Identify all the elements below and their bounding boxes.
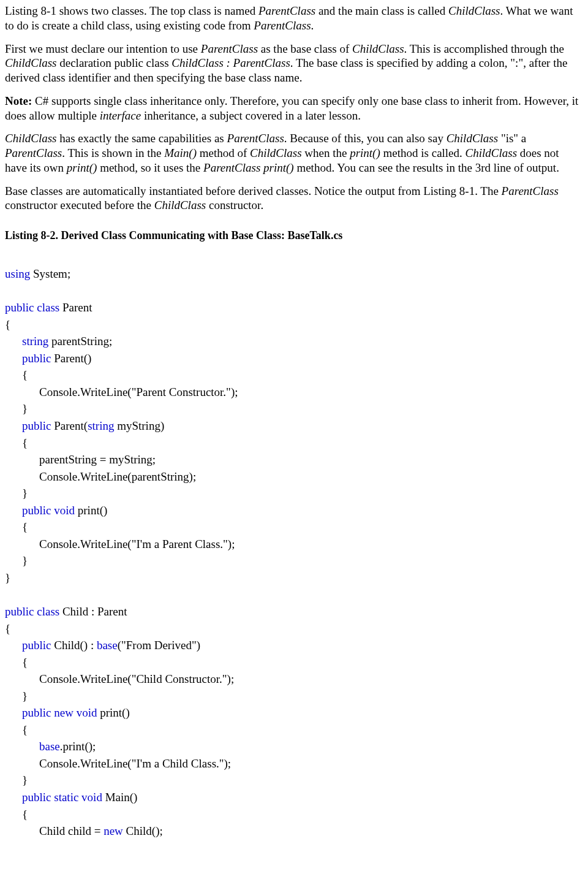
paragraph-2: First we must declare our intention to u…	[5, 42, 582, 85]
paragraph-4: ChildClass has exactly the same capabili…	[5, 131, 582, 175]
listing-title: Listing 8-2. Derived Class Communicating…	[5, 229, 582, 243]
paragraph-5: Base classes are automatically instantia…	[5, 184, 582, 213]
code-listing: using System; public class Parent { stri…	[5, 249, 582, 840]
paragraph-1: Listing 8-1 shows two classes. The top c…	[5, 4, 582, 33]
paragraph-3-note: Note: C# supports single class inheritan…	[5, 94, 582, 123]
